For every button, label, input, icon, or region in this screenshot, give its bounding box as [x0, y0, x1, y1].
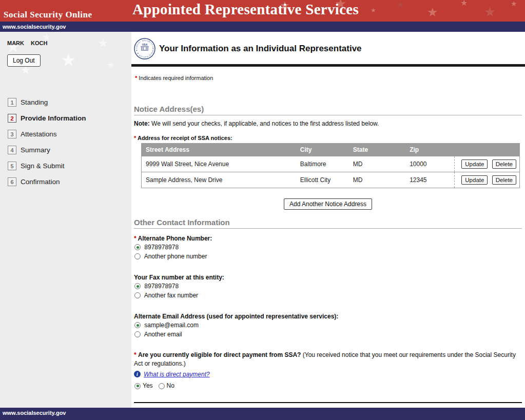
table-row: 9999 Wall Street, Nice Avenue Baltimore …: [142, 156, 520, 172]
what-is-direct-payment-link[interactable]: What is direct payment?: [144, 370, 210, 379]
step-label: Attestations: [21, 130, 57, 138]
column-actions: [455, 144, 520, 156]
sidebar: ★ ★ ★ ★ ★ ★ MARK KOCH Log Out 1 Standing…: [0, 32, 131, 408]
direct-payment-group: * Are you currently eligible for direct …: [134, 351, 521, 390]
cell-state: MD: [349, 156, 405, 172]
decorative-star: ★: [427, 6, 438, 18]
bottom-url-bar: www.socialsecurity.gov: [0, 408, 525, 420]
step-summary: 4 Summary: [0, 142, 131, 158]
alternate-phone-group: * Alternate Phone Number: 8978978978 Ano…: [134, 235, 522, 261]
step-number: 5: [8, 162, 16, 170]
decorative-star: ★: [396, 0, 404, 9]
email-option-radio[interactable]: [134, 322, 141, 328]
step-confirmation: 6 Confirmation: [0, 174, 131, 190]
add-notice-address-button[interactable]: Add Another Notice Address: [284, 198, 372, 210]
required-asterisk: *: [134, 135, 136, 141]
section-notice-addresses: Notice Address(es): [134, 105, 522, 115]
step-label: Sign & Submit: [21, 162, 65, 170]
page: ★ ★ ★ ★ ★ ★ ★ ★ ★ Social Security Online…: [0, 0, 525, 420]
cell-zip: 10000: [405, 156, 455, 172]
table-row: Sample Address, New Drive Ellicott City …: [142, 172, 520, 188]
radio-label: Another phone number: [144, 253, 207, 260]
page-title: Your Information as an Individual Repres…: [159, 44, 362, 54]
ssa-seal-icon: SOCIAL SECURITY ADMINISTRATION ★ ★ ★ USA: [134, 38, 155, 59]
radio-label: Another fax number: [144, 292, 198, 299]
required-asterisk: *: [134, 235, 137, 242]
column-street-address: Street Address: [142, 144, 296, 156]
fax-group: Your Fax number at this entity: 89789789…: [134, 274, 522, 299]
step-attestations: 3 Attestations: [0, 126, 131, 142]
notice-address-table: Street Address City State Zip 9999 Wall …: [141, 143, 520, 188]
step-provide-information: 2 Provide Information: [0, 110, 131, 126]
address-table-label: * Address for receipt of SSA notices:: [134, 135, 522, 141]
email-option-radio[interactable]: [134, 331, 141, 337]
phone-option-radio[interactable]: [134, 244, 141, 250]
section-other-contact: Other Contact Information: [134, 218, 522, 229]
alternate-email-group: Alternate Email Address (used for appoin…: [134, 313, 522, 338]
radio-label: 8978978978: [144, 283, 179, 290]
info-icon: i: [134, 371, 141, 377]
fax-option-radio[interactable]: [134, 283, 141, 289]
cell-city: Baltimore: [296, 156, 349, 172]
logout-button[interactable]: Log Out: [7, 54, 41, 67]
decorative-star: ★: [511, 0, 517, 7]
top-url-bar: www.socialsecurity.gov: [0, 22, 525, 32]
step-label: Summary: [21, 146, 50, 154]
step-sign-submit: 5 Sign & Submit: [0, 158, 131, 174]
cell-state: MD: [349, 172, 405, 188]
radio-label: sample@email.com: [144, 322, 199, 329]
step-number: 6: [8, 177, 16, 186]
step-number: 2: [8, 114, 16, 123]
alternate-phone-label: * Alternate Phone Number:: [134, 235, 522, 242]
decorative-star: ★: [107, 61, 115, 70]
decorative-star: ★: [61, 51, 76, 69]
direct-payment-yes-radio[interactable]: [134, 383, 141, 389]
step-number: 1: [8, 98, 16, 107]
cell-street: Sample Address, New Drive: [142, 172, 296, 188]
decorative-star: ★: [371, 7, 376, 13]
direct-payment-no-radio[interactable]: [159, 383, 165, 389]
required-asterisk: *: [134, 351, 137, 358]
radio-label: Another email: [144, 331, 182, 338]
radio-label: No: [167, 382, 174, 390]
delete-button[interactable]: Delete: [492, 175, 516, 185]
step-label: Standing: [21, 98, 48, 106]
step-label: Confirmation: [21, 178, 60, 186]
step-label: Provide Information: [21, 114, 86, 122]
phone-option-radio[interactable]: [134, 253, 141, 259]
main-content: SOCIAL SECURITY ADMINISTRATION ★ ★ ★ USA…: [131, 32, 525, 408]
step-standing: 1 Standing: [0, 94, 131, 110]
decorative-star: ★: [460, 0, 468, 7]
wizard-steps: 1 Standing 2 Provide Information 3 Attes…: [0, 94, 131, 190]
column-zip: Zip: [405, 144, 455, 156]
actions-divider: [134, 402, 522, 403]
svg-text:USA: USA: [142, 43, 148, 46]
step-number: 3: [8, 130, 16, 138]
update-button[interactable]: Update: [461, 159, 488, 169]
update-button[interactable]: Update: [461, 175, 488, 185]
column-city: City: [296, 144, 349, 156]
notice-note: Note: We will send your checks, if appli…: [134, 120, 522, 127]
radio-label: Yes: [143, 382, 153, 390]
cell-street: 9999 Wall Street, Nice Avenue: [142, 156, 296, 172]
decorative-star: ★: [484, 5, 496, 18]
required-asterisk: *: [135, 75, 137, 81]
user-name: MARK KOCH: [7, 40, 131, 46]
step-number: 4: [8, 146, 16, 154]
top-header: ★ ★ ★ ★ ★ ★ ★ ★ ★ Social Security Online…: [0, 0, 525, 22]
radio-label: 8978978978: [144, 244, 179, 251]
required-note: * Indicates required information: [135, 75, 522, 81]
cell-city: Ellicott City: [296, 172, 349, 188]
brand-logo: Social Security Online: [4, 10, 92, 20]
fax-label: Your Fax number at this entity:: [134, 274, 522, 281]
fax-option-radio[interactable]: [134, 292, 141, 298]
alternate-email-label: Alternate Email Address (used for appoin…: [134, 313, 522, 320]
direct-payment-question: * Are you currently eligible for direct …: [134, 351, 521, 368]
cell-zip: 12345: [405, 172, 455, 188]
delete-button[interactable]: Delete: [492, 159, 516, 169]
site-title: Appointed Representative Services: [132, 1, 359, 18]
column-state: State: [349, 144, 405, 156]
